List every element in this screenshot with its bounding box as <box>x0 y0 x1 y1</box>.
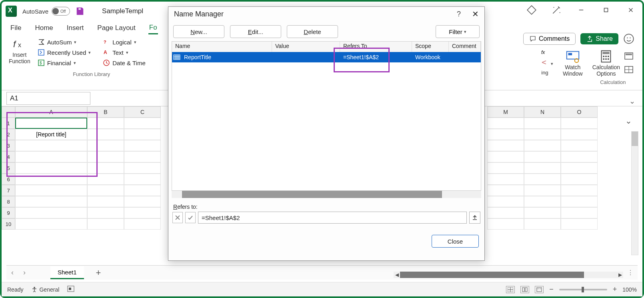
col-header[interactable]: A <box>15 106 87 118</box>
row-header[interactable]: 1 <box>2 118 15 129</box>
cell[interactable] <box>524 174 561 185</box>
cell[interactable] <box>124 185 161 196</box>
cell[interactable] <box>524 118 561 129</box>
cell-a1[interactable] <box>15 118 87 129</box>
row-header[interactable]: 2 <box>2 129 15 140</box>
row-header[interactable]: 4 <box>2 151 15 162</box>
cell[interactable] <box>87 129 124 140</box>
col-header[interactable]: B <box>87 106 124 118</box>
cell[interactable] <box>487 129 524 140</box>
magic-pen-icon[interactable] <box>550 4 562 16</box>
tab-file[interactable]: File <box>10 22 22 34</box>
zoom-in-button[interactable]: + <box>613 285 617 294</box>
cell[interactable] <box>124 140 161 151</box>
cell[interactable] <box>487 218 524 230</box>
col-header-value[interactable]: Value <box>272 42 340 52</box>
cell[interactable] <box>487 196 524 207</box>
cell[interactable] <box>15 218 87 230</box>
col-header[interactable]: C <box>124 106 161 118</box>
cell[interactable] <box>87 162 124 174</box>
row-header[interactable]: 7 <box>2 185 15 196</box>
zoom-out-button[interactable]: − <box>549 285 554 294</box>
col-header[interactable]: N <box>524 106 561 118</box>
logical-button[interactable]: ?Logical▾ <box>103 38 146 46</box>
close-button[interactable]: Close <box>432 235 479 248</box>
cell[interactable] <box>15 207 87 218</box>
sheet-tab-active[interactable]: Sheet1 <box>50 266 84 279</box>
cell[interactable] <box>87 196 124 207</box>
new-button[interactable]: New... <box>173 25 224 38</box>
refers-accept-button[interactable] <box>185 212 196 223</box>
cell[interactable] <box>561 218 598 230</box>
cell[interactable] <box>561 207 598 218</box>
date-time-button[interactable]: Date & Time <box>103 59 146 66</box>
col-header-comment[interactable]: Comment <box>449 42 481 52</box>
scroll-thumb[interactable] <box>632 132 638 146</box>
sheet-nav-next[interactable]: › <box>18 268 30 277</box>
watch-window-button[interactable]: Watch Window <box>563 50 583 77</box>
col-header[interactable]: M <box>487 106 524 118</box>
cell[interactable] <box>87 151 124 162</box>
filter-button[interactable]: Filter▾ <box>436 25 480 38</box>
cell[interactable] <box>124 196 161 207</box>
scroll-thumb[interactable] <box>400 272 584 278</box>
cell[interactable] <box>124 162 161 174</box>
autosum-button[interactable]: AutoSum▾ <box>38 38 91 46</box>
minimize-button[interactable] <box>575 4 587 16</box>
share-button[interactable]: Share <box>580 33 618 44</box>
autosave-toggle[interactable]: AutoSave Off <box>22 7 70 16</box>
toggle-switch[interactable]: Off <box>52 7 70 16</box>
cell[interactable] <box>561 118 598 129</box>
zoom-knob[interactable] <box>582 287 584 292</box>
cell[interactable] <box>524 140 561 151</box>
cell[interactable] <box>487 140 524 151</box>
cell[interactable] <box>524 185 561 196</box>
row-header[interactable]: 9 <box>2 207 15 218</box>
dialog-titlebar[interactable]: Name Manager ? ✕ <box>168 7 484 22</box>
zoom-slider[interactable] <box>559 289 607 290</box>
cell[interactable] <box>561 162 598 174</box>
scroll-right-icon[interactable]: ▶ <box>617 272 623 278</box>
financial-button[interactable]: $Financial▾ <box>38 59 91 66</box>
cell[interactable] <box>487 151 524 162</box>
cell[interactable] <box>487 174 524 185</box>
vertical-scrollbar[interactable] <box>631 131 638 255</box>
cell[interactable] <box>524 218 561 230</box>
row-header[interactable]: 10 <box>2 218 15 230</box>
cell[interactable] <box>561 140 598 151</box>
horizontal-scrollbar[interactable]: ◀ ▶ <box>394 272 623 278</box>
close-window-button[interactable] <box>625 4 637 16</box>
ribbon-collapse-icon[interactable]: ⌄ <box>629 97 635 106</box>
cell[interactable] <box>561 129 598 140</box>
refers-cancel-button[interactable] <box>172 212 183 223</box>
cell[interactable] <box>124 174 161 185</box>
save-icon[interactable] <box>76 7 84 16</box>
col-header-name[interactable]: Name <box>172 42 272 52</box>
cell[interactable] <box>487 162 524 174</box>
cell[interactable] <box>524 151 561 162</box>
cell[interactable] <box>124 218 161 230</box>
cell[interactable] <box>15 174 87 185</box>
calculation-options-button[interactable]: Calculation Options <box>592 50 620 77</box>
cell[interactable] <box>87 174 124 185</box>
comments-button[interactable]: Comments <box>523 33 576 45</box>
calc-sheet-icon[interactable] <box>624 66 634 74</box>
scroll-left-icon[interactable]: ◀ <box>394 272 400 278</box>
tab-home[interactable]: Home <box>34 22 54 34</box>
accessibility-icon[interactable]: General <box>31 286 59 293</box>
cell[interactable] <box>87 185 124 196</box>
maximize-button[interactable] <box>600 4 612 16</box>
text-button[interactable]: AText▾ <box>103 49 146 56</box>
name-box[interactable]: A1 <box>6 92 90 105</box>
col-header-scope[interactable]: Scope <box>412 42 449 52</box>
cell[interactable] <box>561 196 598 207</box>
collapse-dialog-button[interactable] <box>469 212 480 224</box>
cell[interactable] <box>124 129 161 140</box>
cell[interactable] <box>15 196 87 207</box>
cell[interactable] <box>561 174 598 185</box>
cell[interactable] <box>87 118 124 129</box>
cell-a2[interactable]: [Report title] <box>15 129 87 140</box>
sheet-nav-prev[interactable]: ‹ <box>6 268 18 277</box>
sheet-tabs-menu[interactable]: ⋮ <box>627 269 634 276</box>
dialog-close-button[interactable]: ✕ <box>472 9 479 19</box>
